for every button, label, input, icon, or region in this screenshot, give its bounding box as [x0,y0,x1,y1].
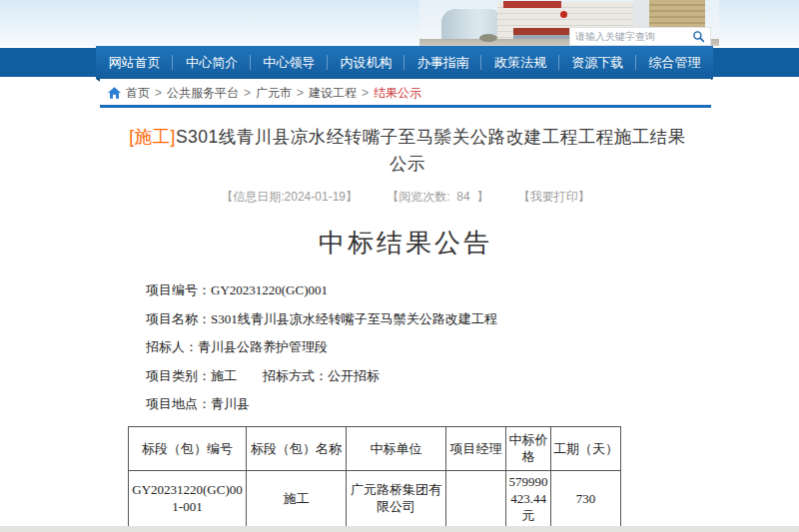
col-bid-price: 中标价格 [506,426,551,470]
print-button[interactable]: 【我要打印】 [518,190,590,204]
breadcrumb-platform[interactable]: 公共服务平台 [167,85,239,102]
cell-section-number: GY20231220(GC)001-001 [129,470,247,526]
article-meta: 【信息日期:2024-01-19】 【阅览次数: 84 】 【我要打印】 [128,189,683,206]
field-label: 项目类别： [146,368,211,383]
breadcrumb-home[interactable]: 首页 [126,85,150,102]
national-emblem [560,11,567,18]
breadcrumb-separator: > [362,86,369,100]
page-title: [施工]S301线青川县凉水经转嘴子至马鬃关公路改建工程工程施工结果公示 [128,124,687,178]
field-project-number: 项目编号：GY20231220(GC)001 [146,276,683,305]
nav-item-home[interactable]: 网站首页 [96,46,173,79]
view-count: 【阅览次数: 84 】 [387,190,488,204]
field-value: GY20231220(GC)001 [211,282,328,297]
building-red-signboard [503,1,561,8]
cell-winning-bidder: 广元路桥集团有限公司 [347,470,446,526]
search-input[interactable] [575,31,692,42]
breadcrumb-separator: > [297,86,304,100]
field-value: 青川县公路养护管理段 [198,339,328,354]
breadcrumb-separator: > [244,86,251,100]
cell-duration-days: 730 [551,470,621,526]
main-navbar: 网站首页 中心简介 中心领导 内设机构 办事指南 政策法规 资源下载 综合管理 [96,46,713,79]
view-count-bracket: 】 [476,190,488,204]
nav-item-departments[interactable]: 内设机构 [328,46,404,79]
field-value: 青川县 [211,396,250,411]
notice-heading: 中标结果公告 [128,226,683,261]
col-duration-days: 工期（天） [551,426,621,470]
breadcrumb: 首页 > 公共服务平台 > 广元市 > 建设工程 > 结果公示 [100,79,711,103]
nav-item-policies[interactable]: 政策法规 [481,46,558,79]
field-label: 项目名称： [146,311,211,326]
table-row: GY20231220(GC)001-001 施工 广元路桥集团有限公司 5799… [129,470,621,526]
breadcrumb-separator: > [155,86,162,100]
bid-result-table: 标段（包）编号 标段（包）名称 中标单位 项目经理 中标价格 工期（天） GY2… [128,426,621,527]
cell-bid-price: 579990423.44元 [506,470,551,526]
field-category-and-method: 项目类别：施工招标方式：公开招标 [146,362,683,391]
header-banner [0,0,799,46]
col-winning-bidder: 中标单位 [347,426,446,470]
breadcrumb-construction[interactable]: 建设工程 [309,85,357,102]
field-label: 项目地点： [146,396,211,411]
nav-item-downloads[interactable]: 资源下载 [559,46,636,79]
field-value: 施工 [211,368,237,383]
nav-item-management[interactable]: 综合管理 [636,46,713,79]
nav-item-intro[interactable]: 中心简介 [173,46,250,79]
field-location: 项目地点：青川县 [146,390,683,419]
title-text: S301线青川县凉水经转嘴子至马鬃关公路改建工程工程施工结果公示 [176,127,686,174]
tree [479,34,497,42]
field-project-name: 项目名称：S301线青川县凉水经转嘴子至马鬃关公路改建工程 [146,305,683,334]
page-content: 首页 > 公共服务平台 > 广元市 > 建设工程 > 结果公示 [施工]S301… [100,79,711,526]
project-fields: 项目编号：GY20231220(GC)001 项目名称：S301线青川县凉水经转… [146,276,683,419]
field-label: 招标方式： [263,368,328,383]
field-tenderee: 招标人：青川县公路养护管理段 [146,333,683,362]
cell-project-manager [446,470,506,526]
breadcrumb-divider [100,105,711,108]
field-label: 项目编号： [146,282,211,297]
field-label: 招标人： [146,339,198,354]
search-box[interactable] [569,27,711,46]
footer-strip [0,526,799,532]
nav-item-leaders[interactable]: 中心领导 [251,46,328,79]
table-header-row: 标段（包）编号 标段（包）名称 中标单位 项目经理 中标价格 工期（天） [129,426,621,470]
breadcrumb-current: 结果公示 [374,85,421,102]
home-icon[interactable] [108,87,121,99]
info-date: 【信息日期:2024-01-19】 [221,190,358,204]
col-project-manager: 项目经理 [446,426,506,470]
field-value: S301线青川县凉水经转嘴子至马鬃关公路改建工程 [211,311,497,326]
nav-item-guide[interactable]: 办事指南 [404,46,481,79]
title-category-tag: [施工] [129,127,176,147]
cell-section-name: 施工 [247,470,347,526]
view-count-label: 【阅览次数: [387,190,449,204]
col-section-name: 标段（包）名称 [247,426,347,470]
col-section-number: 标段（包）编号 [129,426,247,470]
breadcrumb-city[interactable]: 广元市 [256,85,292,102]
field-value: 公开招标 [328,368,380,383]
view-count-value: 84 [456,190,469,204]
search-icon[interactable] [692,30,705,43]
